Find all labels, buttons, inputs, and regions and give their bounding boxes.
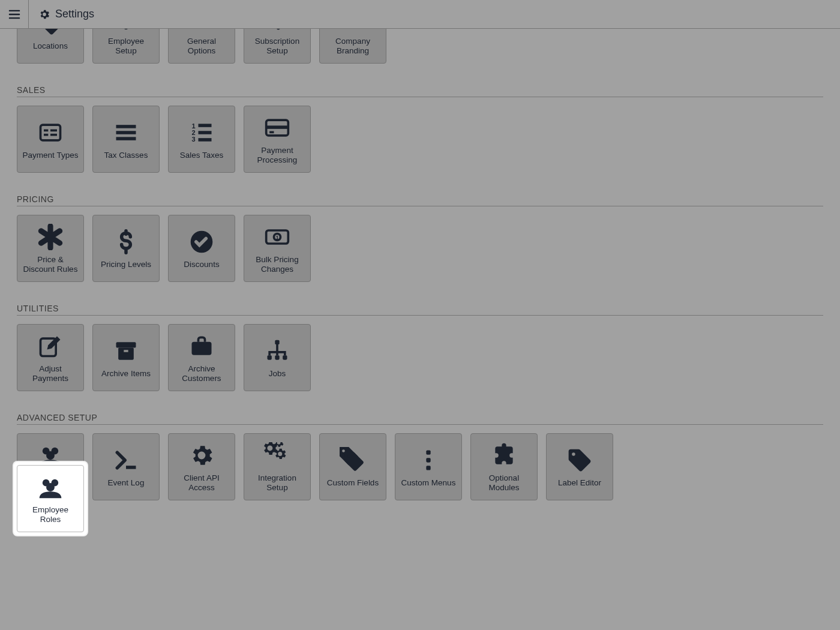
card-subscription-setup[interactable]: Subscription Setup [244, 29, 311, 64]
pause-icon [187, 29, 216, 33]
credit-card-icon [263, 113, 292, 142]
card-label: Payment Processing [248, 146, 307, 164]
app-header: Settings [0, 0, 840, 29]
card-custom-fields[interactable]: Custom Fields [319, 433, 386, 500]
dollar-icon [112, 227, 140, 256]
section-pricing-title: PRICING [17, 194, 823, 206]
card-employee-roles[interactable]: Employee Roles [17, 465, 84, 532]
login-icon [338, 29, 367, 33]
card-integration-setup[interactable]: Integration Setup [244, 433, 311, 500]
tag-icon [565, 446, 594, 475]
card-label: Pricing Levels [101, 260, 151, 269]
menu-button[interactable] [0, 0, 29, 29]
section-advanced-title: ADVANCED SETUP [17, 413, 823, 425]
highlight-ring: Employee Roles [14, 462, 87, 535]
card-pricing-levels[interactable]: Pricing Levels [92, 215, 160, 282]
card-custom-menus[interactable]: Custom Menus [395, 433, 462, 500]
card-locations[interactable]: Locations [17, 29, 84, 64]
card-label: General Options [172, 37, 231, 55]
card-label: Archive Customers [172, 364, 231, 383]
briefcase-icon [187, 332, 216, 361]
gears-icon [263, 441, 292, 470]
card-label: Locations [33, 41, 68, 51]
list-numbered-icon [187, 118, 216, 147]
card-price-discount-rules[interactable]: Price & Discount Rules [17, 215, 84, 282]
card-tax-classes[interactable]: Tax Classes [92, 106, 160, 173]
card-label: Discounts [184, 260, 219, 269]
puzzle-icon [490, 441, 518, 470]
card-optional-modules[interactable]: Optional Modules [470, 433, 538, 500]
page-title: Settings [55, 8, 94, 20]
card-payment-types[interactable]: Payment Types [17, 106, 84, 173]
card-bulk-pricing-changes[interactable]: Bulk Pricing Changes [244, 215, 311, 282]
card-label: Employee Roles [21, 505, 80, 524]
terminal-icon [112, 446, 140, 475]
card-event-log[interactable]: Event Log [92, 433, 160, 500]
card-label: Tax Classes [104, 151, 148, 160]
card-archive-customers[interactable]: Archive Customers [168, 324, 235, 391]
card-payment-processing[interactable]: Payment Processing [244, 106, 311, 173]
card-general-options[interactable]: General Options [168, 29, 235, 64]
card-archive-items[interactable]: Archive Items [92, 324, 160, 391]
section-advanced-cards: Employee RolesEvent LogClient API Access… [17, 433, 823, 500]
card-label: Custom Fields [327, 478, 379, 488]
section-sales-cards: Payment TypesTax ClassesSales TaxesPayme… [17, 106, 823, 173]
card-label: Client API Access [172, 473, 231, 492]
card-sales-taxes[interactable]: Sales Taxes [168, 106, 235, 173]
card-client-api-access[interactable]: Client API Access [168, 433, 235, 500]
cash-icon [263, 223, 292, 251]
card-label: Event Log [108, 478, 145, 488]
asterisk-icon [36, 223, 65, 251]
card-label: Subscription Setup [248, 37, 307, 55]
circle-check-icon [187, 227, 216, 256]
header-title-group: Settings [29, 8, 94, 20]
card-label: Sales Taxes [180, 151, 224, 160]
section-utilities-title: UTILITIES [17, 304, 823, 316]
settings-scroll-body: LocationsEmployee SetupGeneral OptionsSu… [17, 29, 823, 500]
settings-content: LocationsEmployee SetupGeneral OptionsSu… [0, 29, 840, 630]
tag-icon [36, 29, 65, 38]
card-label: Bulk Pricing Changes [248, 255, 307, 274]
gear-icon [38, 8, 50, 20]
card-label: Payment Types [23, 151, 79, 160]
section-pricing-cards: Price & Discount RulesPricing LevelsDisc… [17, 215, 823, 282]
card-label: Adjust Payments [21, 364, 80, 383]
card-label: Label Editor [558, 478, 601, 488]
menu-icon [8, 8, 21, 21]
card-label-editor[interactable]: Label Editor [546, 433, 613, 500]
card-label: Price & Discount Rules [21, 255, 80, 274]
dots-icon [414, 446, 443, 475]
section-general-cards: LocationsEmployee SetupGeneral OptionsSu… [17, 29, 823, 64]
section-utilities-cards: Adjust PaymentsArchive ItemsArchive Cust… [17, 324, 823, 391]
card-list-icon [36, 118, 65, 147]
edit-icon [36, 332, 65, 361]
card-label: Company Branding [323, 37, 382, 55]
card-discounts[interactable]: Discounts [168, 215, 235, 282]
card-label: Optional Modules [475, 473, 533, 492]
card-jobs[interactable]: Jobs [244, 324, 311, 391]
card-adjust-payments[interactable]: Adjust Payments [17, 324, 84, 391]
card-label: Employee Setup [97, 37, 155, 55]
card-label: Jobs [269, 369, 286, 379]
section-sales-title: SALES [17, 85, 823, 97]
users-icon [36, 473, 65, 502]
app-viewport: Settings LocationsEmployee SetupGeneral … [0, 0, 840, 630]
card-employee-setup[interactable]: Employee Setup [92, 29, 160, 64]
card-company-branding[interactable]: Company Branding [319, 29, 386, 64]
shield-icon [112, 29, 140, 33]
flow-icon [263, 337, 292, 365]
tags-icon [338, 446, 367, 475]
card-label: Integration Setup [248, 473, 307, 492]
card-label: Archive Items [101, 369, 151, 379]
gear-icon [187, 441, 216, 470]
tag-icon [263, 29, 292, 33]
card-label: Custom Menus [401, 478, 456, 488]
list-icon [112, 118, 140, 147]
archive-icon [112, 337, 140, 365]
